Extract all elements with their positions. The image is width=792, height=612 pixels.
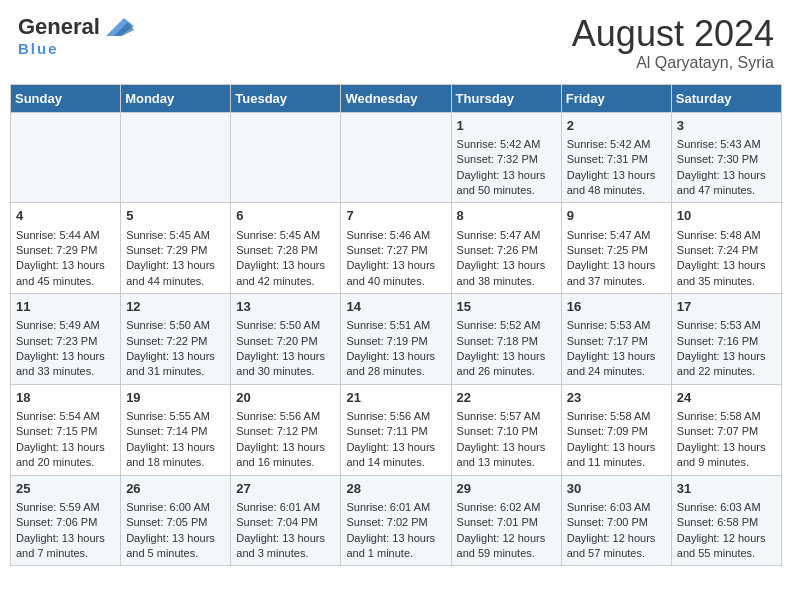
day-number: 26	[126, 480, 225, 498]
week-row-2: 4Sunrise: 5:44 AMSunset: 7:29 PMDaylight…	[11, 203, 782, 294]
logo-general-text: General	[18, 14, 100, 40]
day-info-line: Daylight: 13 hours	[126, 531, 225, 546]
day-info-line: Daylight: 13 hours	[567, 349, 666, 364]
day-number: 25	[16, 480, 115, 498]
day-cell: 21Sunrise: 5:56 AMSunset: 7:11 PMDayligh…	[341, 384, 451, 475]
day-info-line: Sunset: 7:31 PM	[567, 152, 666, 167]
day-number: 13	[236, 298, 335, 316]
day-cell: 11Sunrise: 5:49 AMSunset: 7:23 PMDayligh…	[11, 294, 121, 385]
calendar-header-row: SundayMondayTuesdayWednesdayThursdayFrid…	[11, 84, 782, 112]
day-cell: 31Sunrise: 6:03 AMSunset: 6:58 PMDayligh…	[671, 475, 781, 566]
day-info-line: and 24 minutes.	[567, 364, 666, 379]
day-info-line: Sunset: 7:26 PM	[457, 243, 556, 258]
day-number: 7	[346, 207, 445, 225]
day-info-line: and 33 minutes.	[16, 364, 115, 379]
day-info-line: and 9 minutes.	[677, 455, 776, 470]
day-cell	[341, 112, 451, 203]
column-header-monday: Monday	[121, 84, 231, 112]
day-info-line: Sunset: 7:19 PM	[346, 334, 445, 349]
week-row-3: 11Sunrise: 5:49 AMSunset: 7:23 PMDayligh…	[11, 294, 782, 385]
day-number: 1	[457, 117, 556, 135]
day-info-line: Sunset: 7:05 PM	[126, 515, 225, 530]
day-cell: 9Sunrise: 5:47 AMSunset: 7:25 PMDaylight…	[561, 203, 671, 294]
day-cell: 6Sunrise: 5:45 AMSunset: 7:28 PMDaylight…	[231, 203, 341, 294]
day-info-line: Daylight: 13 hours	[346, 349, 445, 364]
day-info-line: Sunrise: 6:01 AM	[346, 500, 445, 515]
day-info-line: Sunrise: 5:47 AM	[567, 228, 666, 243]
day-info-line: Daylight: 13 hours	[567, 168, 666, 183]
day-number: 3	[677, 117, 776, 135]
day-info-line: Sunrise: 5:59 AM	[16, 500, 115, 515]
day-number: 24	[677, 389, 776, 407]
logo: General Blue	[18, 14, 136, 57]
day-info-line: Daylight: 13 hours	[16, 531, 115, 546]
day-info-line: Daylight: 13 hours	[457, 349, 556, 364]
day-cell: 17Sunrise: 5:53 AMSunset: 7:16 PMDayligh…	[671, 294, 781, 385]
day-info-line: Sunset: 7:17 PM	[567, 334, 666, 349]
day-cell: 23Sunrise: 5:58 AMSunset: 7:09 PMDayligh…	[561, 384, 671, 475]
day-info-line: Sunset: 7:14 PM	[126, 424, 225, 439]
day-info-line: and 57 minutes.	[567, 546, 666, 561]
day-info-line: Daylight: 13 hours	[457, 258, 556, 273]
day-info-line: Sunrise: 5:42 AM	[567, 137, 666, 152]
day-info-line: Sunset: 7:07 PM	[677, 424, 776, 439]
page-header: General Blue August 2024 Al Qaryatayn, S…	[10, 10, 782, 76]
day-info-line: Sunset: 7:10 PM	[457, 424, 556, 439]
day-cell: 1Sunrise: 5:42 AMSunset: 7:32 PMDaylight…	[451, 112, 561, 203]
day-info-line: Sunrise: 5:45 AM	[236, 228, 335, 243]
day-number: 10	[677, 207, 776, 225]
day-info-line: Sunset: 7:11 PM	[346, 424, 445, 439]
day-info-line: and 18 minutes.	[126, 455, 225, 470]
day-info-line: and 31 minutes.	[126, 364, 225, 379]
day-number: 28	[346, 480, 445, 498]
day-info-line: Sunset: 7:29 PM	[126, 243, 225, 258]
day-number: 17	[677, 298, 776, 316]
day-info-line: and 47 minutes.	[677, 183, 776, 198]
day-number: 22	[457, 389, 556, 407]
day-info-line: Sunrise: 6:02 AM	[457, 500, 556, 515]
day-cell: 10Sunrise: 5:48 AMSunset: 7:24 PMDayligh…	[671, 203, 781, 294]
day-cell	[11, 112, 121, 203]
day-number: 21	[346, 389, 445, 407]
day-number: 18	[16, 389, 115, 407]
day-info-line: Sunrise: 5:44 AM	[16, 228, 115, 243]
day-info-line: Daylight: 13 hours	[677, 168, 776, 183]
day-number: 19	[126, 389, 225, 407]
day-info-line: Daylight: 13 hours	[16, 258, 115, 273]
day-info-line: and 1 minute.	[346, 546, 445, 561]
day-info-line: and 55 minutes.	[677, 546, 776, 561]
day-number: 20	[236, 389, 335, 407]
day-cell: 2Sunrise: 5:42 AMSunset: 7:31 PMDaylight…	[561, 112, 671, 203]
day-info-line: and 40 minutes.	[346, 274, 445, 289]
day-info-line: Sunrise: 6:03 AM	[677, 500, 776, 515]
day-number: 12	[126, 298, 225, 316]
day-number: 2	[567, 117, 666, 135]
day-info-line: Sunset: 7:24 PM	[677, 243, 776, 258]
day-info-line: Sunrise: 5:58 AM	[677, 409, 776, 424]
day-info-line: and 45 minutes.	[16, 274, 115, 289]
day-cell: 24Sunrise: 5:58 AMSunset: 7:07 PMDayligh…	[671, 384, 781, 475]
day-info-line: Daylight: 13 hours	[16, 349, 115, 364]
day-number: 8	[457, 207, 556, 225]
day-info-line: Sunset: 7:02 PM	[346, 515, 445, 530]
column-header-wednesday: Wednesday	[341, 84, 451, 112]
day-info-line: Sunrise: 5:47 AM	[457, 228, 556, 243]
day-info-line: and 20 minutes.	[16, 455, 115, 470]
day-info-line: Sunset: 7:27 PM	[346, 243, 445, 258]
day-info-line: and 37 minutes.	[567, 274, 666, 289]
column-header-tuesday: Tuesday	[231, 84, 341, 112]
day-info-line: Sunset: 7:15 PM	[16, 424, 115, 439]
day-info-line: Daylight: 13 hours	[346, 440, 445, 455]
day-info-line: Sunrise: 5:49 AM	[16, 318, 115, 333]
day-info-line: and 3 minutes.	[236, 546, 335, 561]
day-info-line: Daylight: 13 hours	[457, 440, 556, 455]
column-header-thursday: Thursday	[451, 84, 561, 112]
day-info-line: Sunset: 7:00 PM	[567, 515, 666, 530]
day-cell: 28Sunrise: 6:01 AMSunset: 7:02 PMDayligh…	[341, 475, 451, 566]
day-info-line: Sunrise: 5:53 AM	[567, 318, 666, 333]
day-number: 9	[567, 207, 666, 225]
day-info-line: Daylight: 13 hours	[677, 349, 776, 364]
day-info-line: Daylight: 13 hours	[346, 258, 445, 273]
day-info-line: Sunrise: 5:51 AM	[346, 318, 445, 333]
day-info-line: Daylight: 13 hours	[457, 168, 556, 183]
